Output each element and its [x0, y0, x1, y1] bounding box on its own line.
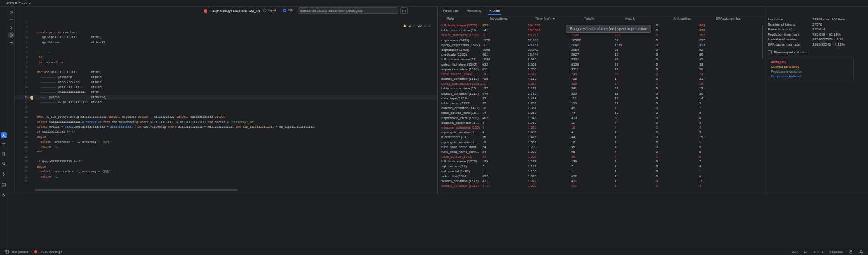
terminal-icon[interactable] [1, 182, 7, 188]
antlr-preview-tree-icon[interactable] [1, 132, 7, 138]
editor-line[interactable]: 14 ————————— @a333333333333 dtkind, [15, 85, 437, 90]
profiler-row[interactable]: data_type (1829)322.48811417014 [438, 96, 764, 101]
text-input-icon[interactable] [8, 17, 14, 23]
profiler-row[interactable]: select_statement (1537)11760.31721869120… [438, 33, 764, 37]
breadcrumb-project[interactable]: tsql-parser [12, 250, 28, 254]
profiler-row[interactable]: query_specification (1531)1173.587556140… [438, 81, 764, 86]
profiler-row[interactable]: aggregate_windowed…41.4954103 [438, 130, 764, 135]
search-icon[interactable] [1, 161, 7, 166]
profiler-row[interactable]: execute_statement (152)41.67218404 [438, 125, 764, 130]
profiler-row[interactable]: table_source_item (15…141.959741708 [438, 110, 764, 115]
inspection-widget[interactable]: 2 ✓ 23 ∧ ∨ [403, 24, 431, 28]
problems-icon[interactable] [1, 192, 7, 198]
profiler-row[interactable]: select_list_elem (1592)6326.669612997038 [438, 62, 764, 67]
show-expert-columns-checkbox[interactable]: Show expert columns [768, 50, 868, 55]
profiler-row[interactable]: expression_elem (1590)6115.266321199026 [438, 67, 764, 72]
structure-icon[interactable] [1, 142, 7, 148]
profiler-row[interactable]: expression (1495)197852.99910982970237 [438, 38, 764, 43]
column-header-time-ms-[interactable]: Time (ms) [535, 17, 555, 20]
editor-line[interactable]: 25 select errorcode = -1, errormsg = '执行… [15, 140, 437, 145]
profiler-row[interactable]: predicate (1525)46113.444292717080 [438, 52, 764, 57]
editor-line[interactable]: 29if @vipa333333333333 !='0' [15, 159, 437, 164]
editor-line[interactable]: 7-- -- -- [15, 50, 437, 55]
editor-line[interactable]: 10 [15, 65, 437, 70]
profiler-row[interactable]: set_special (1485)11.1051101 [438, 169, 764, 174]
bookmark-icon[interactable] [1, 151, 7, 157]
editor-line[interactable]: 33 [15, 179, 437, 184]
profiler-row[interactable]: sql_clauses (12)71.1227104 [438, 164, 764, 169]
column-header-ambiguities[interactable]: Ambiguities [673, 17, 691, 20]
editor-line[interactable]: 23if @a33333333333 !='0' [15, 130, 437, 135]
profiler-row[interactable]: table_source (1543)241.20198406 [438, 154, 764, 159]
editor-line[interactable]: 12 ————————— @sysdate dtdate, [15, 75, 437, 80]
editor-line[interactable]: 18 [15, 105, 437, 109]
editor-line[interactable]: 17 ————————— @vipa333333333333 dtkind [15, 100, 437, 105]
editor-line[interactable]: 8 as [15, 55, 437, 60]
profiler-row[interactable]: search_condition (1516)4711.0724711011 [438, 179, 764, 183]
profiler-row[interactable]: full_column_name (17…10948.635830197045 [438, 57, 764, 62]
editor-line[interactable]: 30begin [15, 165, 437, 169]
warning-count[interactable]: 2 [409, 24, 411, 28]
indent-setting[interactable]: 4 spaces [829, 250, 843, 254]
editor-line[interactable]: 31 select errorcode = -1, errormsg = '准备… [15, 169, 437, 174]
profiler-row[interactable]: if_statement (31)351.476441015 [438, 135, 764, 139]
column-header-dfa-cache-miss[interactable]: DFA cache miss [716, 17, 740, 20]
profiler-row[interactable]: aggregate_windowed…181.33118101 [438, 140, 764, 145]
editor-line[interactable]: 9 set nocount on [15, 60, 437, 65]
next-issue-button[interactable]: ∨ [428, 24, 431, 28]
editor-line[interactable]: 5 @p_tblname dtchar32 [15, 40, 437, 45]
tab-profiler[interactable]: Profiler [485, 7, 504, 15]
editor-line[interactable]: 27end [15, 149, 437, 154]
editor-line[interactable]: 1 [15, 20, 437, 25]
intention-bulb-icon[interactable] [30, 96, 33, 99]
refresh-icon[interactable] [8, 10, 14, 16]
tab-hierarchy[interactable]: Hierarchy [463, 7, 485, 15]
profiler-row[interactable]: full_table_name (1773)1391.179139107 [438, 159, 764, 164]
editor-line[interactable]: 6 [15, 45, 437, 50]
lock-icon[interactable] [848, 249, 853, 254]
profiler-row[interactable]: search_condition (1515)4711.065471109 [438, 183, 764, 188]
editor-line[interactable]: 32 return -1 [15, 175, 437, 179]
editor-line[interactable]: 3create proc up_com_test [15, 30, 437, 35]
profiler-mode-icon[interactable] [8, 32, 14, 38]
profiler-row[interactable]: table_name (1777)332.2521992109 [438, 101, 764, 106]
editor-line[interactable]: 26 return -1 [15, 145, 437, 149]
window-layout-icon[interactable] [4, 249, 9, 254]
notifications-bell-icon[interactable] [859, 249, 864, 254]
commit-icon[interactable] [1, 172, 7, 177]
profiler-row[interactable]: execute_parameter (1…41.75811403 [438, 120, 764, 125]
breadcrumb-file[interactable]: TSqlParser.g4 [40, 250, 62, 254]
editor-line[interactable]: 19 [15, 110, 437, 115]
profiler-row[interactable]: func_proc_name_data…241.29895405 [438, 145, 764, 149]
file-path-input[interactable]: ebelice/Github/tsql-parser/examples/big.… [298, 7, 398, 14]
profiler-row[interactable]: query_expression (1527)11748.76120621910… [438, 43, 764, 47]
column-header-rule[interactable]: Rule [447, 17, 454, 20]
editor-line[interactable]: 4 @p_vipa1111111111111 dtint, [15, 35, 437, 40]
profiler-row[interactable]: column_definition (1421)182.06449707 [438, 106, 764, 110]
editor-line[interactable]: 16 ——— @vipid dtchar32, [15, 95, 437, 100]
profiler-row[interactable]: search_condition (1519)7354.1587351031 [438, 76, 764, 81]
column-header-max-k[interactable]: Max k [625, 17, 635, 20]
file-radio[interactable]: File [283, 8, 294, 12]
editor-line[interactable]: 13 ————————— @a2222222222 dtdate, [15, 80, 437, 85]
editor-line[interactable]: 11declare @a1111111111111 dtint, [15, 70, 437, 75]
prev-issue-button[interactable]: ∧ [424, 24, 426, 28]
profiler-row[interactable]: expression (1498)199820.342206421082 [438, 47, 764, 52]
profiler-row[interactable]: expression_elem (1589)4021.948413308 [438, 116, 764, 120]
editor-line[interactable]: 2 [15, 25, 437, 30]
encoding[interactable]: UTF-8 [813, 250, 823, 254]
caret-position[interactable]: 30:7 [791, 250, 798, 254]
line-ending[interactable]: LF [804, 250, 808, 254]
profiler-row[interactable]: select_list (1581)6321.073632106 [438, 174, 764, 179]
profiler-row[interactable]: func_proc_name_serv…241.28995405 [438, 149, 764, 154]
profiler-row[interactable]: search_condition (1517)4702.78652511030 [438, 91, 764, 96]
file-chooser-button[interactable] [400, 7, 408, 14]
editor-line[interactable]: 15 ————————— @a44444444444444 dtint, [15, 90, 437, 95]
profiler-scrollbar[interactable] [762, 25, 763, 59]
editor-horizontal-scrollbar[interactable] [35, 189, 238, 191]
input-radio[interactable]: Input [263, 8, 276, 12]
profiler-row[interactable]: table_source (1544)1414.87774921024 [438, 72, 764, 76]
editor-line[interactable]: 28 [15, 155, 437, 159]
editor-line[interactable]: 20exec nb_com_getsysconfig @a11111111111… [15, 115, 437, 119]
editor-line[interactable]: 24begin [15, 135, 437, 139]
